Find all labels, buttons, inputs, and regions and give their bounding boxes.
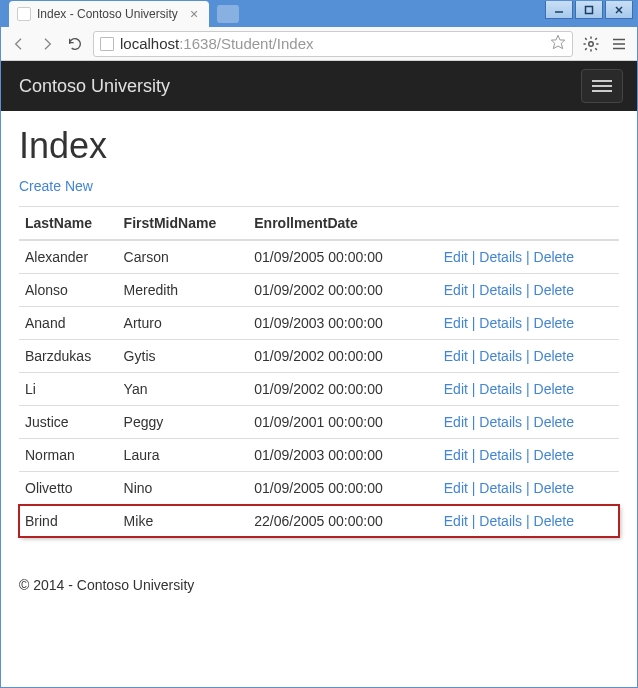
cell-actions: Edit | Details | Delete (424, 340, 619, 373)
cell-enrollmentdate: 22/06/2005 00:00:00 (248, 505, 424, 538)
edit-link[interactable]: Edit (444, 414, 468, 430)
delete-link[interactable]: Delete (534, 513, 574, 529)
cell-actions: Edit | Details | Delete (424, 472, 619, 505)
cell-actions: Edit | Details | Delete (424, 505, 619, 538)
cell-actions: Edit | Details | Delete (424, 406, 619, 439)
separator: | (522, 414, 533, 430)
page-heading: Index (19, 125, 619, 167)
delete-link[interactable]: Delete (534, 480, 574, 496)
back-button[interactable] (9, 34, 29, 54)
cell-lastname: Justice (19, 406, 118, 439)
table-row: OlivettoNino01/09/2005 00:00:00Edit | De… (19, 472, 619, 505)
forward-button[interactable] (37, 34, 57, 54)
svg-marker-4 (551, 35, 564, 48)
tab-title: Index - Contoso University (37, 7, 187, 21)
separator: | (522, 315, 533, 331)
bookmark-icon[interactable] (550, 34, 566, 53)
separator: | (468, 381, 479, 397)
delete-link[interactable]: Delete (534, 414, 574, 430)
navbar-brand[interactable]: Contoso University (19, 76, 170, 97)
cell-enrollmentdate: 01/09/2003 00:00:00 (248, 439, 424, 472)
details-link[interactable]: Details (479, 249, 522, 265)
cell-actions: Edit | Details | Delete (424, 240, 619, 274)
cell-firstmidname: Yan (118, 373, 249, 406)
edit-link[interactable]: Edit (444, 315, 468, 331)
col-firstmidname: FirstMidName (118, 207, 249, 241)
details-link[interactable]: Details (479, 282, 522, 298)
edit-link[interactable]: Edit (444, 480, 468, 496)
edit-link[interactable]: Edit (444, 249, 468, 265)
delete-link[interactable]: Delete (534, 249, 574, 265)
cell-enrollmentdate: 01/09/2002 00:00:00 (248, 373, 424, 406)
cell-firstmidname: Meredith (118, 274, 249, 307)
details-link[interactable]: Details (479, 381, 522, 397)
cell-firstmidname: Nino (118, 472, 249, 505)
menu-icon[interactable] (609, 34, 629, 54)
separator: | (522, 513, 533, 529)
delete-link[interactable]: Delete (534, 348, 574, 364)
separator: | (468, 414, 479, 430)
cell-lastname: Brind (19, 505, 118, 538)
details-link[interactable]: Details (479, 414, 522, 430)
details-link[interactable]: Details (479, 447, 522, 463)
navbar-toggle-button[interactable] (581, 69, 623, 103)
cell-lastname: Barzdukas (19, 340, 118, 373)
separator: | (522, 381, 533, 397)
separator: | (468, 348, 479, 364)
separator: | (468, 447, 479, 463)
separator: | (468, 315, 479, 331)
table-row: NormanLaura01/09/2003 00:00:00Edit | Det… (19, 439, 619, 472)
separator: | (522, 282, 533, 298)
delete-link[interactable]: Delete (534, 447, 574, 463)
cell-firstmidname: Carson (118, 240, 249, 274)
details-link[interactable]: Details (479, 513, 522, 529)
cell-firstmidname: Gytis (118, 340, 249, 373)
delete-link[interactable]: Delete (534, 282, 574, 298)
window-close-button[interactable] (605, 1, 633, 19)
hamburger-bar (592, 90, 612, 92)
tab-close-button[interactable]: × (187, 7, 201, 21)
create-new-link[interactable]: Create New (19, 178, 93, 194)
cell-lastname: Li (19, 373, 118, 406)
details-link[interactable]: Details (479, 315, 522, 331)
cell-enrollmentdate: 01/09/2003 00:00:00 (248, 307, 424, 340)
browser-toolbar: localhost:1638/Student/Index (1, 27, 637, 61)
settings-icon[interactable] (581, 34, 601, 54)
cell-firstmidname: Laura (118, 439, 249, 472)
cell-enrollmentdate: 01/09/2005 00:00:00 (248, 472, 424, 505)
cell-lastname: Alonso (19, 274, 118, 307)
edit-link[interactable]: Edit (444, 282, 468, 298)
svg-rect-1 (586, 6, 593, 13)
cell-enrollmentdate: 01/09/2002 00:00:00 (248, 340, 424, 373)
browser-window: Index - Contoso University × localhost:1… (0, 0, 638, 688)
page-footer: © 2014 - Contoso University (1, 557, 637, 613)
cell-actions: Edit | Details | Delete (424, 373, 619, 406)
details-link[interactable]: Details (479, 348, 522, 364)
site-navbar: Contoso University (1, 61, 637, 111)
reload-button[interactable] (65, 34, 85, 54)
col-lastname: LastName (19, 207, 118, 241)
edit-link[interactable]: Edit (444, 381, 468, 397)
table-row: AlexanderCarson01/09/2005 00:00:00Edit |… (19, 240, 619, 274)
edit-link[interactable]: Edit (444, 513, 468, 529)
delete-link[interactable]: Delete (534, 381, 574, 397)
edit-link[interactable]: Edit (444, 447, 468, 463)
separator: | (522, 348, 533, 364)
address-bar[interactable]: localhost:1638/Student/Index (93, 31, 573, 57)
browser-tab[interactable]: Index - Contoso University × (9, 1, 209, 27)
delete-link[interactable]: Delete (534, 315, 574, 331)
url-host: localhost (120, 35, 179, 52)
window-maximize-button[interactable] (575, 1, 603, 19)
new-tab-button[interactable] (217, 5, 239, 23)
table-row: LiYan01/09/2002 00:00:00Edit | Details |… (19, 373, 619, 406)
edit-link[interactable]: Edit (444, 348, 468, 364)
separator: | (468, 249, 479, 265)
page-viewport: Contoso University Index Create New Last… (1, 61, 637, 687)
page-container: Index Create New LastName FirstMidName E… (1, 111, 637, 557)
window-minimize-button[interactable] (545, 1, 573, 19)
cell-enrollmentdate: 01/09/2005 00:00:00 (248, 240, 424, 274)
table-row: BrindMike22/06/2005 00:00:00Edit | Detai… (19, 505, 619, 538)
table-row: AnandArturo01/09/2003 00:00:00Edit | Det… (19, 307, 619, 340)
cell-firstmidname: Arturo (118, 307, 249, 340)
details-link[interactable]: Details (479, 480, 522, 496)
